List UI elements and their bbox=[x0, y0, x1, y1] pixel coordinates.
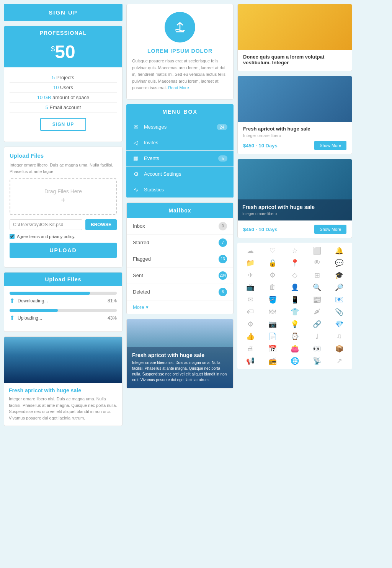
chevron-down-icon: ▾ bbox=[146, 304, 149, 310]
upload-progress-card: Upload Files ⬆ Downloading... 81% bbox=[4, 272, 122, 332]
uploading-bar-bg bbox=[10, 309, 117, 312]
show-more-button-3[interactable]: Show More bbox=[314, 225, 346, 234]
feature-card: LOREM IPSUM DOLOR Quisque posuere risus … bbox=[126, 4, 234, 100]
product-image-yellow bbox=[238, 4, 352, 50]
gear-icon: ⚙ bbox=[241, 320, 260, 328]
downloading-bar-fill bbox=[10, 292, 90, 295]
upload-button[interactable]: UPLOAD bbox=[10, 243, 117, 258]
menu-item-invites[interactable]: ◁ Invites bbox=[126, 135, 234, 151]
sent-label: Sent bbox=[133, 273, 219, 278]
mailbox-inbox[interactable]: Inbox 0 bbox=[127, 218, 233, 235]
middle-image-overlay: Fresh apricot with huge sale Integer orn… bbox=[127, 347, 233, 388]
account-settings-label: Account Settings bbox=[144, 171, 227, 177]
middle-image-bg: Fresh apricot with huge sale Integer orn… bbox=[127, 319, 233, 388]
product-card-yellow: Donec quis quam a lorem volutpat vestibu… bbox=[237, 4, 352, 71]
flagged-label: Flagged bbox=[133, 256, 219, 262]
product-image-large: Fresh apricot with huge sale Integer orn… bbox=[238, 159, 352, 220]
eye-icon: 👁 bbox=[308, 259, 326, 267]
signup-button[interactable]: SIGN UP bbox=[4, 4, 122, 21]
mailbox-starred[interactable]: Starred 7 bbox=[127, 235, 233, 251]
mailbox-deleted[interactable]: Deleted 6 bbox=[127, 284, 233, 300]
tv-icon: 📺 bbox=[241, 283, 260, 292]
uploading-percent: 43% bbox=[108, 315, 117, 321]
mailbox-sent[interactable]: Sent 284 bbox=[127, 268, 233, 284]
download-icon: ⬆ bbox=[10, 297, 15, 304]
read-more-link[interactable]: Read More bbox=[168, 85, 189, 90]
star-icon: ☆ bbox=[286, 246, 304, 255]
messages-badge: 24 bbox=[217, 124, 227, 130]
feature-icon-circle bbox=[165, 12, 195, 42]
search-icon: 🔍 bbox=[308, 283, 326, 292]
feature-projects: 5 Projects bbox=[10, 73, 117, 83]
events-icon: ▦ bbox=[132, 155, 139, 162]
product-title-1: Donec quis quam a lorem volutpat vestibu… bbox=[243, 54, 346, 65]
flagged-count: 13 bbox=[219, 255, 227, 263]
location-icon: 📍 bbox=[286, 259, 304, 267]
food-icon: 🍽 bbox=[263, 308, 282, 316]
globe-icon: 🌐 bbox=[286, 357, 304, 365]
mailbox-flagged[interactable]: Flagged 13 bbox=[127, 251, 233, 268]
mailbox-header: Mailbox bbox=[127, 203, 233, 218]
mailbox-more[interactable]: More ▾ bbox=[127, 300, 233, 314]
menu-item-account[interactable]: ⚙ Account Settings bbox=[126, 166, 234, 182]
more-label: More bbox=[133, 304, 144, 310]
product-card-large: Fresh apricot with huge sale Integer orn… bbox=[237, 159, 352, 238]
mailbox-card: Mailbox Inbox 0 Starred 7 Flagged 13 Sen… bbox=[126, 202, 234, 314]
thumbsup-icon: 👍 bbox=[241, 332, 260, 341]
link-icon: 🔗 bbox=[308, 320, 326, 328]
eyes-icon: 👀 bbox=[308, 344, 326, 353]
browse-button[interactable]: BROWSE bbox=[85, 219, 117, 230]
file-path-input[interactable] bbox=[10, 219, 82, 230]
upload-form-title: Upload Files bbox=[10, 152, 117, 159]
product-large-footer: $450 - 10 Days Show More bbox=[238, 220, 352, 238]
dropzone-plus-icon: + bbox=[14, 196, 112, 205]
left-image-content: Fresh apricot with huge sale Integer orn… bbox=[4, 383, 122, 426]
product-large-title: Fresh apricot with huge sale bbox=[242, 204, 347, 210]
product-large-subtitle: Integer ornare libero bbox=[242, 212, 347, 216]
plan-signup-button[interactable]: SIGN UP bbox=[40, 118, 86, 131]
folder-icon: 📁 bbox=[241, 259, 260, 267]
product-card-blue-mountains: Fresh apricot with huge sale Integer orn… bbox=[237, 76, 352, 154]
box-icon: 📦 bbox=[330, 344, 348, 353]
upload-desc: Integer ornare libero. Duis ac magna uma… bbox=[10, 162, 117, 175]
middle-image-card: Fresh apricot with huge sale Integer orn… bbox=[126, 319, 234, 388]
agree-checkbox[interactable] bbox=[10, 234, 15, 239]
agree-label: Agree terms and privacy policy. bbox=[17, 234, 75, 239]
uploading-label: Uploading... bbox=[18, 315, 105, 321]
downloading-label: Downloading... bbox=[18, 298, 105, 304]
plan-price-section: $ 50 bbox=[4, 40, 122, 67]
trash-icon: 🗑 bbox=[263, 283, 282, 292]
dropzone[interactable]: Drag Files Here + bbox=[10, 178, 117, 215]
gem-icon: 💎 bbox=[330, 320, 348, 328]
camera-icon: 📷 bbox=[263, 320, 282, 328]
downloading-item: ⬆ Downloading... 81% bbox=[10, 292, 117, 304]
deleted-count: 6 bbox=[219, 288, 227, 296]
middle-image-desc: Integer ornare libero nisi. Duis ac magn… bbox=[132, 360, 228, 383]
statistics-icon: ∿ bbox=[132, 186, 139, 193]
deleted-label: Deleted bbox=[133, 289, 219, 295]
envelope-icon: ✉ bbox=[241, 295, 260, 304]
menu-item-events[interactable]: ▦ Events 5 bbox=[126, 151, 234, 166]
sent-count: 284 bbox=[219, 271, 227, 280]
menu-item-statistics[interactable]: ∿ Statistics bbox=[126, 182, 234, 198]
show-more-button-2[interactable]: Show More bbox=[314, 141, 346, 150]
bucket-icon: 🪣 bbox=[263, 295, 282, 304]
inbox-label: Inbox bbox=[133, 223, 219, 229]
left-image-desc: Integer ornare libero nisi. Duis ac magn… bbox=[9, 396, 118, 421]
printer-icon: 🖨 bbox=[241, 344, 260, 353]
chat-icon: 💬 bbox=[330, 259, 348, 267]
music-icon: ♫ bbox=[330, 332, 348, 341]
invites-label: Invites bbox=[144, 140, 227, 145]
upload-file-row: BROWSE bbox=[10, 219, 117, 230]
feature-title: LOREM IPSUM DOLOR bbox=[132, 48, 228, 54]
statistics-label: Statistics bbox=[144, 187, 227, 193]
note-icon: ♩ bbox=[308, 332, 326, 341]
plan-name: PROFESSIONAL bbox=[4, 26, 122, 40]
bell-icon: 🔔 bbox=[330, 246, 348, 255]
upload-form-card: Upload Files Integer ornare libero. Duis… bbox=[4, 147, 122, 268]
product-info-2: Fresh apricot with huge sale Integer orn… bbox=[238, 122, 352, 154]
pricing-card: PROFESSIONAL $ 50 5 Projects 10 Users 10… bbox=[4, 26, 122, 142]
menu-item-messages[interactable]: ✉ Messages 24 bbox=[126, 119, 234, 135]
calendar-icon: 📅 bbox=[263, 344, 282, 353]
lock-icon: 🔒 bbox=[263, 259, 282, 267]
